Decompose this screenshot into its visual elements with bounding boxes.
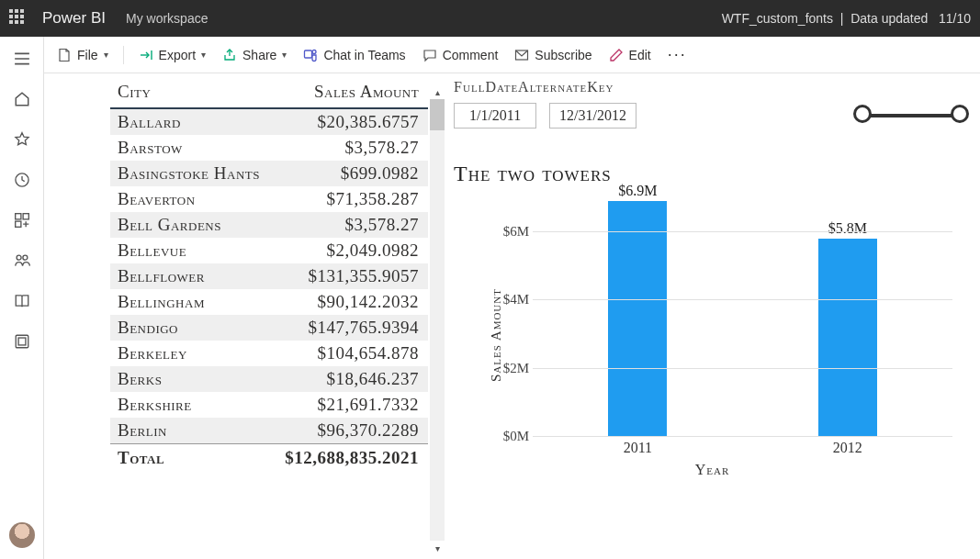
chevron-down-icon: ▾ <box>201 50 206 60</box>
subscribe-button[interactable]: Subscribe <box>509 44 597 66</box>
workspaces-icon[interactable] <box>7 327 37 356</box>
file-label: File <box>77 48 98 62</box>
slicer-end-date[interactable]: 12/31/2012 <box>549 103 636 129</box>
comment-button[interactable]: Comment <box>417 44 504 66</box>
cell-city: Berkeley <box>110 341 271 366</box>
cell-amount: $699.0982 <box>271 161 428 186</box>
chat-label: Chat in Teams <box>323 48 405 62</box>
user-avatar[interactable] <box>9 522 35 548</box>
scroll-up-icon[interactable]: ▴ <box>430 84 445 99</box>
bar-column[interactable]: $6.9M <box>549 183 726 436</box>
edit-label: Edit <box>629 48 651 62</box>
svg-rect-2 <box>23 214 28 219</box>
table-row[interactable]: Beaverton$71,358.287 <box>110 186 428 212</box>
table-row[interactable]: Bendigo$147,765.9394 <box>110 315 428 341</box>
workspace-name[interactable]: My workspace <box>126 11 208 26</box>
cell-city: Bellingham <box>110 289 271 315</box>
scroll-thumb[interactable] <box>430 99 445 130</box>
bar[interactable] <box>608 201 667 436</box>
slicer-start-date[interactable]: 1/1/2011 <box>454 103 536 129</box>
left-nav-rail <box>0 37 44 559</box>
svg-rect-8 <box>305 50 312 58</box>
brand-label: Power BI <box>42 9 106 28</box>
cell-amount: $147,765.9394 <box>271 315 428 341</box>
table-row[interactable]: Ballard$20,385.6757 <box>110 108 428 135</box>
cell-city: Bellevue <box>110 238 271 263</box>
table-row[interactable]: Bellingham$90,142.2032 <box>110 289 428 315</box>
export-label: Export <box>159 48 196 62</box>
table-row[interactable]: Berlin$96,370.2289 <box>110 418 428 444</box>
date-range-slider[interactable] <box>851 101 971 129</box>
cell-amount: $104,654.878 <box>271 341 428 366</box>
table-scrollbar[interactable]: ▴ ▾ <box>430 84 445 555</box>
col-header-city[interactable]: City <box>110 79 271 108</box>
cell-city: Ballard <box>110 108 271 135</box>
bar-chart-visual[interactable]: Sales Amount $6.9M$5.8M Year $0M$2M$4M$6… <box>454 197 971 473</box>
cell-amount: $2,049.0982 <box>271 238 428 263</box>
more-actions-button[interactable]: ··· <box>662 45 693 64</box>
table-row[interactable]: Berkeley$104,654.878 <box>110 341 428 366</box>
subscribe-label: Subscribe <box>535 48 591 62</box>
shared-icon[interactable] <box>7 246 37 275</box>
y-tick-label: $2M <box>487 360 529 375</box>
x-tick-label: 2011 <box>601 440 674 456</box>
create-icon[interactable] <box>7 206 37 235</box>
cell-amount: $90,142.2032 <box>271 289 428 315</box>
cell-amount: $21,691.7332 <box>271 392 428 418</box>
total-value: $12,688,835.2021 <box>271 444 428 473</box>
table-visual[interactable]: City Sales Amount Ballard$20,385.6757Bar… <box>110 79 428 555</box>
x-tick-label: 2012 <box>811 440 884 456</box>
cell-amount: $96,370.2289 <box>271 418 428 444</box>
cell-amount: $3,578.27 <box>271 212 428 238</box>
scroll-down-icon[interactable]: ▾ <box>430 541 445 555</box>
cell-city: Bell Gardens <box>110 212 271 238</box>
sales-table: City Sales Amount Ballard$20,385.6757Bar… <box>110 79 428 472</box>
chevron-down-icon: ▾ <box>282 50 287 60</box>
table-row[interactable]: Basingstoke Hants$699.0982 <box>110 161 428 186</box>
cell-amount: $18,646.237 <box>271 366 428 392</box>
table-row[interactable]: Berkshire$21,691.7332 <box>110 392 428 418</box>
hamburger-icon[interactable] <box>7 44 37 73</box>
table-row[interactable]: Bell Gardens$3,578.27 <box>110 212 428 238</box>
slider-handle-start[interactable] <box>853 105 872 123</box>
col-header-amount[interactable]: Sales Amount <box>271 79 428 108</box>
table-row[interactable]: Berks$18,646.237 <box>110 366 428 392</box>
edit-button[interactable]: Edit <box>603 44 657 66</box>
y-tick-label: $4M <box>487 292 529 307</box>
home-icon[interactable] <box>7 84 37 114</box>
slider-handle-end[interactable] <box>951 105 969 123</box>
bar[interactable] <box>818 239 877 436</box>
gridline <box>533 299 952 300</box>
share-menu[interactable]: Share ▾ <box>217 44 292 66</box>
bar-data-label: $5.8M <box>828 220 867 237</box>
updated-date: 11/10 <box>939 11 971 26</box>
chevron-down-icon: ▾ <box>104 50 108 60</box>
recent-icon[interactable] <box>7 165 37 195</box>
updated-prefix: Data updated <box>850 11 928 26</box>
cell-city: Bendigo <box>110 315 271 341</box>
cell-city: Bellflower <box>110 263 271 289</box>
cell-city: Berks <box>110 366 271 392</box>
table-row[interactable]: Bellevue$2,049.0982 <box>110 238 428 263</box>
cell-city: Beaverton <box>110 186 271 212</box>
table-row[interactable]: Bellflower$131,355.9057 <box>110 263 428 289</box>
y-tick-label: $0M <box>487 429 529 444</box>
share-label: Share <box>242 48 276 62</box>
export-menu[interactable]: Export ▾ <box>133 44 211 66</box>
app-launcher-icon[interactable] <box>9 9 28 28</box>
favorites-icon[interactable] <box>7 125 37 154</box>
svg-rect-3 <box>15 221 20 227</box>
cell-amount: $131,355.9057 <box>271 263 428 289</box>
learn-icon[interactable] <box>7 286 37 316</box>
scroll-track[interactable] <box>430 99 445 541</box>
report-toolbar: File ▾ Export ▾ Share ▾ Chat in Teams Co… <box>0 37 980 73</box>
bar-column[interactable]: $5.8M <box>760 220 936 436</box>
cell-amount: $71,358.287 <box>271 186 428 212</box>
file-menu[interactable]: File ▾ <box>51 44 114 66</box>
svg-rect-6 <box>16 335 28 348</box>
chat-teams-button[interactable]: Chat in Teams <box>298 44 411 66</box>
table-row[interactable]: Barstow$3,578.27 <box>110 135 428 161</box>
cell-city: Basingstoke Hants <box>110 161 271 186</box>
global-header: Power BI My workspace WTF_custom_fonts |… <box>0 0 980 37</box>
right-panel: FullDateAlternateKey 1/1/2011 12/31/2012… <box>428 79 971 555</box>
